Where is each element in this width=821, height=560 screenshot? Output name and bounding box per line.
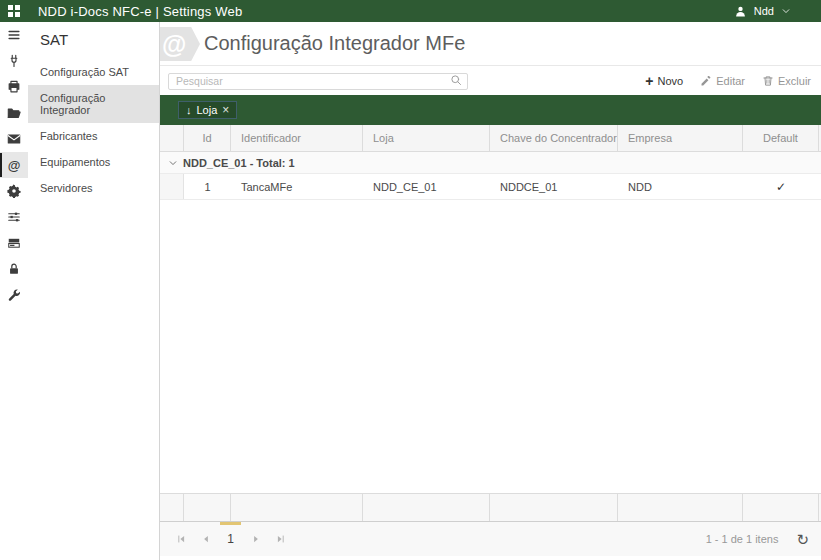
column-header-default[interactable]: Default: [743, 125, 819, 151]
user-name: Ndd: [754, 5, 774, 17]
pencil-icon: [700, 75, 712, 87]
cell-chave: NDDCE_01: [490, 174, 618, 199]
edit-button[interactable]: Editar: [700, 75, 745, 87]
group-chip-loja[interactable]: ↓ Loja ×: [178, 101, 237, 119]
sidebar-title: SAT: [28, 22, 159, 59]
rail-item-settings[interactable]: [0, 178, 28, 204]
top-app-bar: NDD i-Docs NFC-e | Settings Web Ndd: [0, 0, 821, 22]
column-header-id[interactable]: Id: [184, 125, 231, 151]
page-header: @ Configuração Integrador MFe: [160, 22, 821, 66]
pager: 1 1 - 1 de 1 itens ↻: [160, 521, 821, 556]
section-ribbon-icon: @: [160, 27, 200, 61]
sidebar-item-equipamentos[interactable]: Equipamentos: [28, 149, 159, 175]
at-sign-watermark: @: [162, 30, 186, 59]
delete-button[interactable]: Excluir: [762, 75, 811, 87]
column-header-identificador[interactable]: Identificador: [231, 125, 363, 151]
group-chip-label: Loja: [197, 104, 218, 116]
search-box: [168, 71, 468, 90]
sort-descending-icon[interactable]: ↓: [186, 104, 192, 116]
first-page-button[interactable]: [168, 522, 193, 556]
server-icon: [7, 236, 21, 250]
trash-icon: [762, 75, 774, 87]
printer-icon: [7, 80, 21, 94]
rail-item-files[interactable]: [0, 100, 28, 126]
gear-icon: [7, 184, 21, 198]
column-header-chave[interactable]: Chave do Concentrador: [490, 125, 618, 151]
plug-icon: [7, 54, 21, 68]
page-title: Configuração Integrador MFe: [204, 22, 821, 64]
cell-default: ✓: [743, 174, 819, 199]
sidebar-item-fabricantes[interactable]: Fabricantes: [28, 123, 159, 149]
next-page-button[interactable]: [243, 522, 268, 556]
last-page-button[interactable]: [268, 522, 293, 556]
group-collapse-chevron-icon[interactable]: [168, 158, 178, 168]
plus-icon: +: [645, 74, 653, 88]
apps-grid-icon[interactable]: [8, 5, 20, 17]
pager-info: 1 - 1 de 1 itens: [706, 533, 779, 545]
new-button[interactable]: + Novo: [645, 74, 683, 88]
cell-identificador: TancaMFe: [231, 174, 363, 199]
sidebar-item-configuracao-sat[interactable]: Configuração SAT: [28, 59, 159, 85]
group-row-ndd-ce-01[interactable]: NDD_CE_01 - Total: 1: [160, 152, 821, 174]
sidebar-item-servidores[interactable]: Servidores: [28, 175, 159, 201]
folder-open-icon: [7, 106, 21, 120]
chip-close-icon[interactable]: ×: [222, 104, 229, 116]
rail-item-menu[interactable]: [0, 22, 28, 48]
rail-item-tools[interactable]: [0, 282, 28, 308]
cell-loja: NDD_CE_01: [363, 174, 490, 199]
previous-page-button[interactable]: [193, 522, 218, 556]
rail-item-mail[interactable]: [0, 126, 28, 152]
user-menu[interactable]: Ndd: [734, 5, 821, 18]
wrench-icon: [7, 288, 21, 302]
column-header-expand: [160, 125, 184, 151]
menu-icon: [7, 28, 21, 42]
data-grid: Id Identificador Loja Chave do Concentra…: [160, 125, 821, 521]
rail-item-integrations[interactable]: [0, 48, 28, 74]
group-by-bar[interactable]: ↓ Loja ×: [160, 95, 821, 125]
rail-item-parameters[interactable]: [0, 204, 28, 230]
page-number-1[interactable]: 1: [218, 522, 243, 556]
toolbar: + Novo Editar Excluir: [160, 66, 821, 95]
sat-sidebar: SAT Configuração SAT Configuração Integr…: [28, 22, 160, 560]
lock-icon: [7, 262, 21, 276]
table-row[interactable]: 1 TancaMFe NDD_CE_01 NDDCE_01 NDD ✓: [160, 174, 821, 200]
bottom-strip: [160, 556, 821, 560]
selected-page-indicator: [220, 522, 241, 525]
column-header-loja[interactable]: Loja: [363, 125, 490, 151]
row-hierarchy-cell: [160, 174, 184, 199]
rail-item-printers[interactable]: [0, 74, 28, 100]
at-sign-icon: @: [8, 159, 21, 172]
rail-item-mfe-selected[interactable]: @: [0, 152, 28, 178]
group-row-label: NDD_CE_01 - Total: 1: [183, 157, 295, 169]
search-input[interactable]: [168, 73, 468, 90]
checkmark-icon: ✓: [776, 180, 786, 194]
chevron-down-icon: [781, 6, 791, 16]
cell-empresa: NDD: [618, 174, 743, 199]
main-content: @ Configuração Integrador MFe + Novo: [160, 22, 821, 560]
search-icon[interactable]: [450, 74, 462, 86]
sliders-icon: [7, 210, 21, 224]
user-icon: [734, 5, 747, 18]
grid-header-row: Id Identificador Loja Chave do Concentra…: [160, 125, 821, 152]
rail-item-servers[interactable]: [0, 230, 28, 256]
app-title: NDD i-Docs NFC-e | Settings Web: [38, 4, 242, 19]
refresh-icon[interactable]: ↻: [796, 532, 809, 547]
cell-id: 1: [184, 174, 231, 199]
mail-icon: [7, 132, 21, 146]
rail-item-security[interactable]: [0, 256, 28, 282]
icon-rail: @: [0, 22, 28, 560]
column-header-empresa[interactable]: Empresa: [618, 125, 743, 151]
sidebar-item-configuracao-integrador[interactable]: Configuração Integrador: [28, 85, 159, 123]
grid-empty-area: [160, 200, 821, 493]
grid-footer-row: [160, 493, 821, 521]
